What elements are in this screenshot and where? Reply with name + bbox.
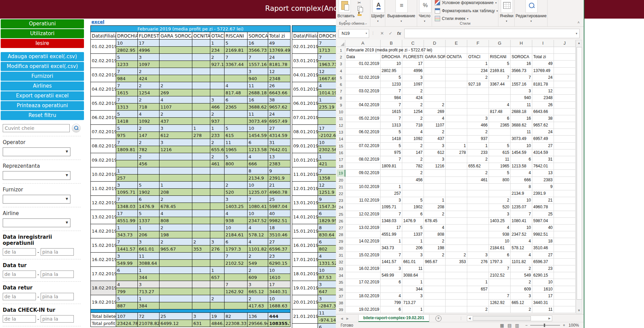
cell-F20[interactable]: 461 (467, 177, 489, 184)
cell-H2[interactable]: SOROCA (511, 54, 532, 61)
search-button[interactable] (72, 124, 81, 133)
cell-E10[interactable] (446, 109, 467, 115)
cell-D39[interactable] (424, 306, 446, 313)
cell-A38[interactable] (345, 300, 381, 306)
cell-A16[interactable] (345, 149, 381, 156)
number-format-button[interactable]: % (419, 0, 431, 13)
cell-D28[interactable]: 808 (424, 231, 446, 238)
cell-G17[interactable]: 11 (489, 156, 511, 163)
cell-A27[interactable]: 13.02.2019 (345, 225, 381, 231)
cell-G25[interactable]: 3 (489, 211, 511, 218)
row-header-23[interactable]: 23 (337, 197, 345, 204)
cell-H11[interactable]: 16 (511, 115, 532, 122)
cell-F10[interactable] (467, 109, 489, 115)
cell-C31[interactable]: 3 (402, 252, 424, 259)
scroll-right-icon[interactable]: ▶ (547, 317, 552, 320)
cell-A7[interactable]: 03.02.2019 (345, 88, 381, 95)
cell-D7[interactable] (424, 88, 446, 95)
cell-D19[interactable] (424, 170, 446, 177)
cell-I12[interactable]: 9657.62 (532, 122, 554, 129)
cell-G37[interactable]: 7 (489, 293, 511, 300)
cell-C20[interactable]: 456 (402, 177, 424, 184)
cell-J9[interactable] (554, 102, 576, 109)
cell-G31[interactable]: 6 (489, 252, 511, 259)
cell-A4[interactable] (345, 68, 381, 74)
row-header-3[interactable]: 3 (337, 61, 345, 67)
cell-I8[interactable]: 2348 (532, 95, 554, 101)
zoom-slider[interactable] (530, 325, 560, 326)
cell-G12[interactable]: 2365 (489, 122, 511, 129)
sidebar-button-iesire[interactable]: Iesire (1, 39, 84, 48)
cell-E3[interactable] (446, 61, 467, 67)
cell-J4[interactable] (554, 68, 576, 74)
cell-F25[interactable] (467, 211, 489, 218)
cell-E1[interactable] (446, 47, 467, 54)
cell-A31[interactable]: 15.02.2019 (345, 252, 381, 259)
cell-I21[interactable]: 9 (532, 184, 554, 190)
cell-G18[interactable]: 1965 (489, 163, 511, 170)
cell-I11[interactable]: 38 (532, 115, 554, 122)
normal-view-icon[interactable]: ▦ (500, 323, 504, 328)
cell-E36[interactable] (446, 286, 467, 293)
cell-C26[interactable]: 1476.9 (402, 218, 424, 225)
cell-J35[interactable] (554, 279, 576, 286)
row-header-33[interactable]: 33 (337, 265, 345, 272)
format-as-table-button[interactable]: Форматировать как таблицу▾ (435, 8, 498, 14)
cell-J8[interactable] (554, 95, 576, 101)
cell-J21[interactable] (554, 184, 576, 190)
cell-E28[interactable] (446, 231, 467, 238)
cell-A37[interactable]: 18.02.2019 (345, 293, 381, 300)
date-to-input[interactable] (41, 271, 74, 278)
cell-G30[interactable]: 2184.61 (489, 245, 511, 252)
date-from-input[interactable] (3, 293, 36, 300)
cell-D32[interactable]: 965.67 (424, 259, 446, 265)
cell-F3[interactable]: 1 (467, 61, 489, 67)
conditional-formatting-button[interactable]: Условное форматирование▾ (435, 0, 497, 5)
cell-I36[interactable]: 1610 (532, 286, 554, 293)
cell-J23[interactable] (554, 197, 576, 204)
cell-G33[interactable]: 7 (489, 265, 511, 272)
cell-J38[interactable] (554, 300, 576, 306)
cell-G36[interactable] (489, 286, 511, 293)
cell-B38[interactable]: 799 (381, 300, 402, 306)
cell-G39[interactable] (489, 306, 511, 313)
cell-C11[interactable]: 2 (402, 115, 424, 122)
cell-G34[interactable]: 2102.52 (489, 272, 511, 279)
cell-I34[interactable]: 6290.15 (532, 272, 554, 279)
cell-D15[interactable]: 3 (424, 143, 446, 149)
cancel-icon[interactable]: ✕ (380, 31, 384, 36)
sidebar-button-printeaza-operatiuni[interactable]: Printeaza operatiuni (1, 101, 84, 110)
cell-E37[interactable] (446, 293, 467, 300)
cell-H6[interactable]: 1557.16 (511, 81, 532, 88)
cell-A2[interactable]: Data (345, 54, 381, 61)
cell-A35[interactable]: 17.02.2019 (345, 279, 381, 286)
column-header-H[interactable]: H (511, 40, 532, 47)
horizontal-scrollbar[interactable]: ◀ ▶ (467, 315, 552, 321)
cell-I24[interactable]: 4960.78 (532, 204, 554, 211)
cell-C36[interactable]: 344 (402, 286, 424, 293)
cell-I28[interactable]: 9982.51 (532, 231, 554, 238)
cell-G4[interactable]: 2169.81 (489, 68, 511, 74)
cell-H19[interactable]: 4 (511, 170, 532, 177)
cell-C6[interactable]: 1097 (402, 81, 424, 88)
cell-E33[interactable] (446, 265, 467, 272)
cell-D12[interactable]: 1107 (424, 122, 446, 129)
cell-B26[interactable]: 1348.03 (381, 218, 402, 225)
cell-H21[interactable]: 8 (511, 184, 532, 190)
column-header-F[interactable]: F (467, 40, 489, 47)
cell-G35[interactable] (489, 279, 511, 286)
cell-J20[interactable] (554, 177, 576, 184)
cell-A9[interactable]: 04.02.2019 (345, 102, 381, 109)
formula-expand-icon[interactable]: ▾ (576, 32, 577, 35)
row-header-31[interactable]: 31 (337, 252, 345, 259)
sidebar-button-operatiuni[interactable]: Operatiuni (1, 19, 84, 28)
cell-E38[interactable] (446, 300, 467, 306)
row-header-11[interactable]: 11 (337, 115, 345, 122)
cell-A8[interactable] (345, 95, 381, 101)
cell-G23[interactable]: 2 (489, 197, 511, 204)
cell-I37[interactable]: 17 (532, 293, 554, 300)
cell-I26[interactable]: 5987.04 (532, 218, 554, 225)
cell-I39[interactable]: 11 (532, 306, 554, 313)
cell-H25[interactable]: 7 (511, 211, 532, 218)
cell-I20[interactable]: 2383 (532, 177, 554, 184)
